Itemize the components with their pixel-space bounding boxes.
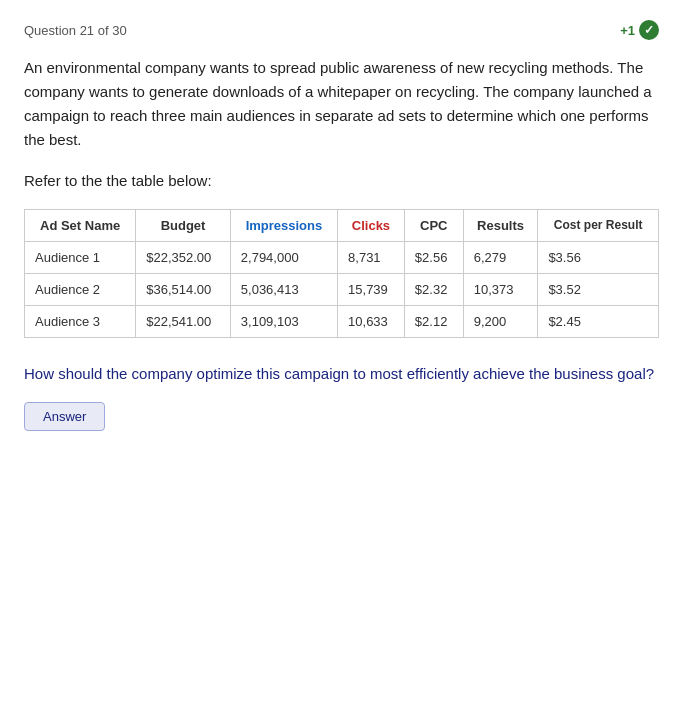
question-body: An environmental company wants to spread… — [24, 56, 659, 152]
cell-cost_per_result: $3.52 — [538, 274, 659, 306]
cell-impressions: 2,794,000 — [230, 242, 337, 274]
cell-cpc: $2.12 — [404, 306, 463, 338]
cell-ad_set_name: Audience 3 — [25, 306, 136, 338]
refer-text: Refer to the the table below: — [24, 172, 659, 189]
cell-ad_set_name: Audience 1 — [25, 242, 136, 274]
cell-results: 9,200 — [463, 306, 538, 338]
col-ad-set-name: Ad Set Name — [25, 210, 136, 242]
optimize-question: How should the company optimize this cam… — [24, 362, 659, 386]
col-impressions: Impressions — [230, 210, 337, 242]
score-value: +1 — [620, 23, 635, 38]
cell-cpc: $2.56 — [404, 242, 463, 274]
data-table: Ad Set Name Budget Impressions Clicks CP… — [24, 209, 659, 338]
answer-button[interactable]: Answer — [24, 402, 105, 431]
cell-cost_per_result: $3.56 — [538, 242, 659, 274]
cell-ad_set_name: Audience 2 — [25, 274, 136, 306]
cell-impressions: 3,109,103 — [230, 306, 337, 338]
col-cpc: CPC — [404, 210, 463, 242]
table-row: Audience 3$22,541.003,109,10310,633$2.12… — [25, 306, 659, 338]
score-badge: +1 ✓ — [620, 20, 659, 40]
table-row: Audience 1$22,352.002,794,0008,731$2.566… — [25, 242, 659, 274]
question-label: Question 21 of 30 — [24, 23, 127, 38]
cell-budget: $36,514.00 — [136, 274, 231, 306]
cell-cost_per_result: $2.45 — [538, 306, 659, 338]
table-header-row: Ad Set Name Budget Impressions Clicks CP… — [25, 210, 659, 242]
cell-impressions: 5,036,413 — [230, 274, 337, 306]
cell-budget: $22,541.00 — [136, 306, 231, 338]
col-cost-per-result: Cost per Result — [538, 210, 659, 242]
cell-budget: $22,352.00 — [136, 242, 231, 274]
cell-results: 6,279 — [463, 242, 538, 274]
question-header: Question 21 of 30 +1 ✓ — [24, 20, 659, 40]
cell-clicks: 15,739 — [338, 274, 405, 306]
cell-clicks: 10,633 — [338, 306, 405, 338]
col-results: Results — [463, 210, 538, 242]
cell-clicks: 8,731 — [338, 242, 405, 274]
cell-cpc: $2.32 — [404, 274, 463, 306]
col-budget: Budget — [136, 210, 231, 242]
cell-results: 10,373 — [463, 274, 538, 306]
col-clicks: Clicks — [338, 210, 405, 242]
check-icon: ✓ — [639, 20, 659, 40]
table-row: Audience 2$36,514.005,036,41315,739$2.32… — [25, 274, 659, 306]
